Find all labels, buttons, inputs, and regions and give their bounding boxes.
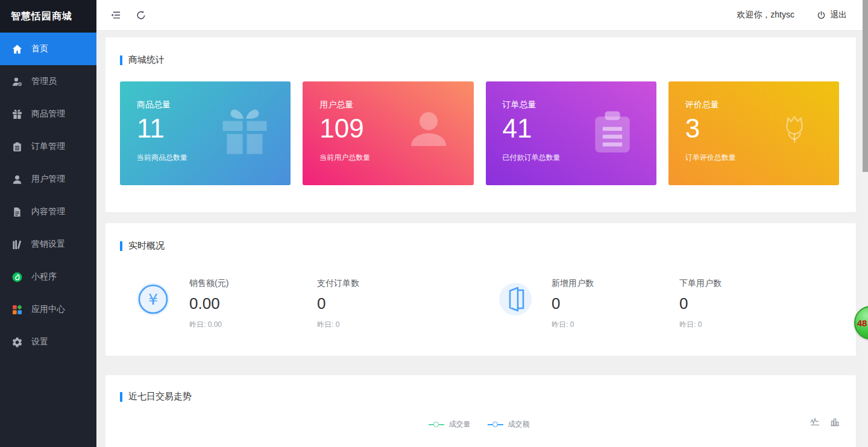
sidebar-item-marketing[interactable]: 营销设置: [0, 228, 96, 261]
stat-yesterday: 昨日: 0: [317, 320, 445, 330]
page-scrollbar[interactable]: [863, 0, 868, 447]
shop-stats-title: 商城统计: [120, 54, 839, 66]
sidebar-item-label: 用户管理: [31, 174, 65, 185]
trend-chart-panel: 近七日交易走势 成交量 成交额: [105, 375, 856, 447]
door-icon: [499, 283, 532, 315]
gift-icon: [11, 109, 23, 120]
user-icon: [11, 174, 23, 185]
top-header: 欢迎你，zhtysc 退出: [96, 0, 868, 31]
logout-label: 退出: [830, 10, 847, 21]
sidebar-item-label: 订单管理: [31, 141, 65, 152]
clipboard-icon: [587, 106, 638, 160]
stat-value: 0.00: [189, 294, 317, 313]
sidebar-item-users[interactable]: 用户管理: [0, 163, 96, 195]
person-icon: [401, 105, 456, 162]
stat-yesterday: 昨日: 0: [679, 320, 807, 330]
welcome-text: 欢迎你，zhtysc: [737, 10, 794, 21]
trend-chart-title: 近七日交易走势: [120, 391, 838, 402]
sidebar-item-home[interactable]: 首页: [0, 33, 96, 65]
sidebar-item-label: 小程序: [31, 271, 57, 282]
stat-paid-orders: 支付订单数 0 昨日: 0: [317, 278, 445, 330]
stat-value: 0: [552, 294, 679, 313]
sidebar-item-products[interactable]: 商品管理: [0, 98, 96, 130]
sidebar: 智慧恬园商城 首页 管理员 商品管理: [0, 0, 96, 447]
main-content: 商城统计 商品总量 11 当前商品总数量 用户总量 109: [96, 30, 868, 447]
books-icon: [11, 239, 23, 250]
title-accent-bar: [120, 392, 122, 402]
app-logo: 智慧恬园商城: [0, 0, 96, 33]
chart-legend: 成交量 成交额: [120, 419, 838, 430]
sidebar-item-label: 管理员: [31, 76, 57, 87]
stat-card-products[interactable]: 商品总量 11 当前商品总数量: [120, 81, 291, 185]
sidebar-item-orders[interactable]: 订单管理: [0, 130, 96, 163]
stat-value: 0: [317, 294, 445, 313]
gift-icon: [217, 104, 272, 162]
stat-cards-row: 商品总量 11 当前商品总数量 用户总量 109 当前用户总数量: [120, 81, 839, 185]
sidebar-item-label: 商品管理: [31, 109, 65, 119]
legend-label: 成交量: [449, 419, 471, 430]
stat-yesterday: 昨日: 0.00: [189, 320, 317, 330]
stat-value: 0: [679, 294, 807, 313]
stat-card-reviews[interactable]: 评价总量 3 订单评价总数量: [668, 81, 839, 185]
document-icon: [11, 206, 23, 218]
stat-card-orders[interactable]: 订单总量 41 已付款订单总数量: [486, 81, 656, 185]
legend-marker-icon: [429, 422, 444, 428]
sidebar-item-label: 设置: [31, 337, 48, 347]
tulip-icon: [768, 106, 821, 161]
legend-item-amount[interactable]: 成交额: [488, 419, 530, 430]
legend-marker-icon: [488, 422, 503, 428]
order-clipboard-icon: [11, 141, 23, 153]
stat-ordering-users: 下单用户数 0 昨日: 0: [679, 278, 807, 330]
stat-label: 销售额(元): [189, 278, 317, 289]
realtime-row: ¥ 销售额(元) 0.00 昨日: 0.00 支付订单数 0 昨日: 0 新增用…: [120, 278, 839, 330]
refresh-icon[interactable]: [135, 9, 147, 21]
sidebar-item-settings[interactable]: 设置: [0, 326, 96, 358]
badge-value: 48: [857, 318, 867, 328]
sidebar-item-appcenter[interactable]: 应用中心: [0, 293, 96, 326]
admin-icon: [11, 76, 23, 87]
chart-toolbox: [810, 416, 840, 427]
legend-label: 成交额: [508, 419, 530, 430]
svg-text:¥: ¥: [148, 291, 158, 308]
sidebar-item-admin[interactable]: 管理员: [0, 65, 96, 98]
realtime-panel: 实时概况 ¥ 销售额(元) 0.00 昨日: 0.00 支付订单数 0 昨日: …: [105, 223, 856, 356]
sidebar-item-miniprogram[interactable]: 小程序: [0, 261, 96, 293]
title-accent-bar: [120, 55, 122, 65]
sidebar-item-label: 内容管理: [31, 206, 65, 217]
header-right: 欢迎你，zhtysc 退出: [737, 10, 868, 21]
title-accent-bar: [120, 241, 122, 251]
shop-stats-panel: 商城统计 商品总量 11 当前商品总数量 用户总量 109: [105, 37, 856, 212]
sidebar-item-content[interactable]: 内容管理: [0, 195, 96, 228]
stat-new-users: 新增用户数 0 昨日: 0: [552, 278, 679, 330]
miniprogram-icon: [11, 271, 23, 283]
home-icon: [11, 43, 23, 55]
sidebar-item-label: 首页: [31, 43, 48, 54]
bar-chart-icon[interactable]: [829, 416, 840, 427]
stat-sales: 销售额(元) 0.00 昨日: 0.00: [189, 278, 317, 330]
fold-menu-icon[interactable]: [110, 9, 122, 21]
stat-label: 新增用户数: [552, 278, 679, 289]
scrollbar-thumb[interactable]: [863, 0, 868, 172]
realtime-title: 实时概况: [120, 240, 839, 252]
line-chart-icon[interactable]: [810, 416, 820, 427]
stat-label: 支付订单数: [317, 278, 445, 289]
yen-circle-icon: ¥: [137, 283, 169, 315]
sidebar-item-label: 营销设置: [31, 239, 65, 250]
sidebar-item-label: 应用中心: [31, 304, 65, 315]
logout-button[interactable]: 退出: [816, 10, 847, 21]
stat-card-users[interactable]: 用户总量 109 当前用户总数量: [303, 81, 473, 185]
stat-yesterday: 昨日: 0: [552, 320, 679, 330]
app-grid-icon: [11, 304, 23, 315]
power-icon: [816, 10, 826, 21]
legend-item-volume[interactable]: 成交量: [429, 419, 471, 430]
stat-label: 下单用户数: [679, 278, 807, 289]
gear-icon: [11, 337, 23, 348]
